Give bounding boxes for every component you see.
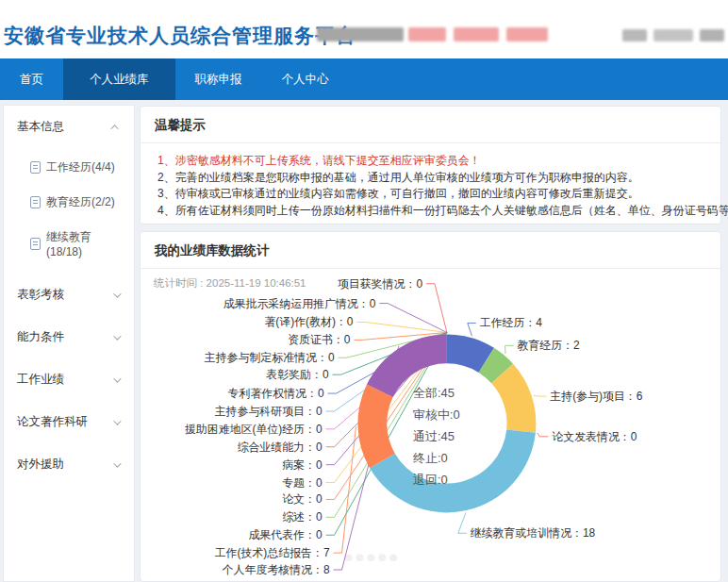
redacted-notice-text [454,27,499,42]
chart-label: 专题：0 [282,476,323,490]
chart-label: 教育经历：2 [518,339,581,352]
chart-label-line [468,323,476,336]
chart-label: 综述：0 [282,510,323,524]
chart-center-stat: 通过:45 [413,429,455,443]
sidebar-item-work-experience[interactable]: 工作经历(4/4) [4,150,134,185]
tips-body: 1、涉密敏感材料不可上传系统，请线下提交至相应评审委员会！ 2、完善的业绩档案是… [141,143,720,219]
chart-label-line [534,395,547,396]
chart-center-stat: 终止:0 [413,451,448,465]
watermark-dot [389,554,397,561]
chart-label-line [538,433,548,437]
sidebar-group-label: 论文著作科研 [17,414,88,430]
tips-card: 温馨提示 1、涉密敏感材料不可上传系统，请线下提交至相应评审委员会！ 2、完善的… [140,106,721,224]
app-title: 安徽省专业技术人员综合管理服务平台 [4,23,356,49]
tip-item: 1、涉密敏感材料不可上传系统，请线下提交至相应评审委员会！ [157,153,703,170]
chevron-down-icon [113,332,121,340]
sidebar-group-label: 表彰考核 [17,287,64,303]
sidebar-group-basic-info[interactable]: 基本信息 [4,106,134,148]
nav-item-personal-center[interactable]: 个人中心 [262,58,349,100]
nav-item-achievement-library[interactable]: 个人业绩库 [63,58,175,100]
sidebar-basic-info-children: 工作经历(4/4) 教育经历(2/2) 继续教育(18/18) [4,148,134,274]
chart-label: 成果批示采纳运用推广情况：0 [223,297,376,310]
chart-label: 著(译)作(教材)：0 [264,315,353,328]
redacted-header-link [700,29,724,42]
sidebar-group-work-achievements[interactable]: 工作业绩 [4,358,134,401]
chart-label: 个人年度考核情况：8 [222,563,330,576]
redacted-user-name [317,27,404,42]
chart-label: 表彰奖励：0 [266,368,329,381]
chart-label: 成果代表作：0 [248,528,323,541]
document-icon [30,161,41,174]
chart-label: 主持参与制定标准情况：0 [205,351,335,364]
redacted-header-link [654,29,693,42]
tip-item: 3、待审核或已审核通过的业绩内容如需修改，可自行撤回，撤回的业绩内容可修改后重新… [157,186,703,203]
chart-center-stat: 退回:0 [413,473,448,487]
chart-label: 专利著作权情况：0 [228,387,324,400]
chevron-down-icon [113,290,121,297]
stats-card: 我的业绩库数据统计 统计时间 : 2025-11-19 10:46:51 项目获… [140,231,721,582]
donut-chart-svg: 项目获奖情况：0成果批示采纳运用推广情况：0著(译)作(教材)：0资质证书：0主… [141,232,720,581]
tips-title: 温馨提示 [141,107,720,143]
chart-center-stat: 审核中:0 [413,407,460,422]
chart-label-line [356,322,446,332]
watermark-dot [356,554,363,561]
document-icon [30,196,41,208]
chart-label-line [505,345,514,354]
sidebar-item-education-experience[interactable]: 教育经历(2/2) [4,185,134,220]
app-screen: 安徽省专业技术人员综合管理服务平台 首页 个人业绩库 职称申报 个人中心 基本信… [0,0,728,582]
chevron-down-icon [113,459,121,467]
chart-label: 主持(参与)项目：6 [550,390,642,403]
achievements-donut-chart: 项目获奖情况：0成果批示采纳运用推广情况：0著(译)作(教材)：0资质证书：0主… [141,232,720,581]
sidebar-group-label: 工作业绩 [17,372,64,388]
document-icon [30,238,41,250]
redacted-notice-text [506,27,548,42]
tip-item: 4、所有佐证材料须同时上传一份原始材料扫描件和一份打码隐去个人关键敏感信息后（姓… [157,203,703,220]
chart-label: 援助困难地区(单位)经历：0 [185,423,323,436]
chevron-down-icon [113,374,121,382]
sidebar-item-label: 继续教育(18/18) [46,229,126,258]
sidebar-item-label: 教育经历(2/2) [46,194,115,210]
sidebar-group-label: 对外援助 [17,457,64,473]
chart-label-line [426,284,447,333]
sidebar-group-ability-conditions[interactable]: 能力条件 [4,316,134,358]
sidebar: 基本信息 工作经历(4/4) 教育经历(2/2) 继续教育(18/18) 表彰考… [3,105,135,582]
chart-label: 主持参与科研项目：0 [215,405,323,418]
chart-label: 资质证书：0 [288,333,351,346]
sidebar-group-commendation-assessment[interactable]: 表彰考核 [4,274,134,316]
chart-label-line [458,512,467,533]
chevron-down-icon [113,417,121,424]
nav-item-home[interactable]: 首页 [0,58,63,100]
sidebar-item-label: 工作经历(4/4) [46,159,115,175]
watermark-dot [378,554,386,561]
watermark-dot [367,554,374,561]
sidebar-group-label: 能力条件 [17,329,64,345]
sidebar-item-continuing-education[interactable]: 继续教育(18/18) [4,220,134,268]
nav-item-title-declaration[interactable]: 职称申报 [175,58,262,100]
sidebar-group-papers-research[interactable]: 论文著作科研 [4,401,134,443]
redacted-notice-text [408,27,446,42]
chart-label: 病案：0 [282,458,323,472]
chevron-up-icon [110,125,118,132]
chart-label-line [334,426,356,553]
chart-center-stat: 全部:45 [413,386,455,400]
sidebar-group-label: 基本信息 [17,119,64,135]
chart-label: 继续教育或培训情况：18 [471,526,596,540]
tip-item: 2、完善的业绩档案是您职称申报的基础，通过用人单位审核的业绩项方可作为职称申报的… [157,170,703,187]
sidebar-group-foreign-aid[interactable]: 对外援助 [4,443,134,486]
main-nav: 首页 个人业绩库 职称申报 个人中心 [0,58,728,100]
chart-label: 论文发表情况：0 [552,430,637,443]
chart-label: 项目获奖情况：0 [338,277,422,291]
chart-label: 工作(技术)总结报告：7 [215,546,330,559]
app-header: 安徽省专业技术人员综合管理服务平台 [0,0,728,58]
chart-label: 综合业绩能力：0 [238,441,323,454]
chart-label: 论文：0 [282,492,323,506]
chart-label: 工作经历：4 [480,316,543,329]
redacted-header-link [622,29,647,42]
